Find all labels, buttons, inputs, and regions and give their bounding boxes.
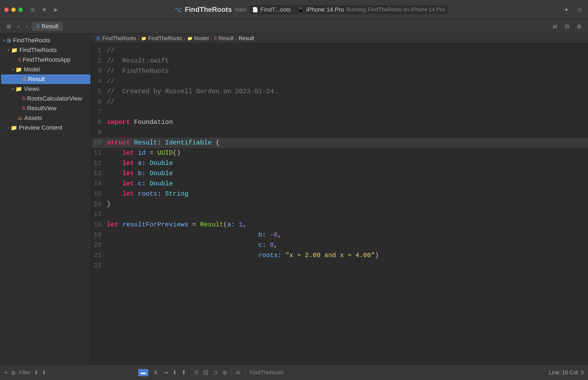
- code-line-10: 10struct Result: Identifiable {: [92, 138, 588, 148]
- branch-name: main: [235, 6, 246, 13]
- chevron-down-icon-2: ▾: [8, 48, 9, 52]
- line-number-5: 5: [92, 87, 107, 97]
- filter-icon[interactable]: ⊞: [11, 369, 16, 376]
- token: :: [262, 231, 270, 239]
- step-out-icon[interactable]: ⬆: [181, 369, 186, 376]
- line-number-3: 3: [92, 66, 107, 76]
- git-icon[interactable]: ⊕: [222, 369, 227, 376]
- step-over-icon[interactable]: ⇥: [163, 369, 168, 376]
- token: [107, 160, 122, 167]
- code-content[interactable]: 1//2// Result.swift3// FindTheRoots4//5/…: [92, 43, 588, 365]
- token: b: [138, 170, 142, 177]
- token: let: [122, 170, 134, 177]
- code-line-18: 18let resultForPreviews = Result(a: 1,: [92, 220, 588, 230]
- copy-icon[interactable]: ⎘: [195, 369, 199, 376]
- canvas-icon[interactable]: ⊞: [575, 22, 584, 31]
- upload-icon[interactable]: ⬆: [42, 369, 46, 376]
- sidebar-item-views[interactable]: ▾ 📁 Views: [0, 84, 91, 94]
- token: [134, 170, 138, 177]
- add-icon[interactable]: +: [562, 5, 571, 14]
- token: String: [165, 190, 188, 198]
- minimize-button[interactable]: [11, 8, 16, 12]
- line-number-8: 8: [92, 117, 107, 127]
- code-text-5: // Created by Russell Gordon on 2023-01-…: [107, 87, 588, 97]
- editor-options-icon[interactable]: ⇄: [551, 22, 559, 31]
- code-line-11: 11 let id = UUID(): [92, 148, 588, 158]
- token: ,: [278, 231, 282, 239]
- line-number-14: 14: [92, 179, 107, 189]
- token: ,: [243, 221, 247, 228]
- split-view-icon[interactable]: ⊟: [563, 22, 572, 31]
- tab-label: Result: [42, 23, 58, 30]
- sidebar-label-result: Result: [28, 76, 45, 83]
- sidebar: ▾ ⊞ FindTheRoots ▾ 📁 FindTheRoots S Find…: [0, 33, 92, 365]
- token: [134, 190, 138, 198]
- project-label: FindTheRoots: [250, 369, 284, 376]
- fb-swift-icon: S: [214, 36, 217, 41]
- token: resultForPreviews: [122, 221, 189, 228]
- layout-icon[interactable]: ⊡: [575, 5, 584, 14]
- grid-icon[interactable]: ⊞: [4, 22, 13, 31]
- token: let: [122, 190, 134, 198]
- code-text-19: b: -6,: [107, 230, 588, 240]
- sidebar-label-findtheroots-folder: FindTheRoots: [19, 47, 57, 54]
- token: [107, 241, 258, 249]
- sidebar-item-result[interactable]: S Result: [1, 74, 90, 84]
- sidebar-item-findtheroots-root[interactable]: ▾ ⊞ FindTheRoots: [0, 36, 91, 45]
- file-icon: 📄: [252, 7, 258, 13]
- close-button[interactable]: [4, 8, 9, 12]
- sidebar-toggle-icon[interactable]: ⊞: [28, 5, 37, 14]
- token: [107, 149, 122, 157]
- debug-bar-icon[interactable]: ▬: [138, 369, 148, 376]
- breadcrumb-sep-1: ›: [293, 7, 295, 12]
- code-line-1: 1//: [92, 46, 588, 56]
- line-number-20: 20: [92, 240, 107, 250]
- device-icon: 📱: [297, 6, 304, 13]
- download-icon[interactable]: ⬇: [34, 369, 39, 376]
- sidebar-item-resultview[interactable]: S ResultView: [0, 103, 91, 113]
- code-text-1: //: [107, 46, 588, 56]
- sidebar-item-findtheroots-folder[interactable]: ▾ 📁 FindTheRoots: [0, 45, 91, 55]
- code-line-14: 14 let c: Double: [92, 179, 588, 189]
- sidebar-item-findtherootsapp[interactable]: S FindTheRootsApp: [0, 55, 91, 65]
- token: // Created by Russell Gordon on 2023-01-…: [107, 88, 278, 95]
- code-line-13: 13 let b: Double: [92, 168, 588, 179]
- nav-forward-icon[interactable]: ›: [24, 22, 30, 30]
- sidebar-label-model: Model: [24, 66, 40, 73]
- line-number-12: 12: [92, 158, 107, 168]
- add-file-icon[interactable]: +: [4, 369, 8, 376]
- sidebar-label-findtherootsapp: FindTheRootsApp: [23, 56, 70, 63]
- token: let: [107, 221, 118, 228]
- step-into-icon[interactable]: ⬇: [172, 369, 177, 376]
- pause-icon[interactable]: ⏸: [153, 369, 159, 376]
- token: {: [212, 139, 220, 146]
- code-line-19: 19 b: -6,: [92, 230, 588, 240]
- nav-back-icon[interactable]: ‹: [15, 22, 22, 30]
- token: UUID: [157, 149, 173, 157]
- token: "x ≈ 2.00 and x ≈ 4.00": [286, 252, 375, 259]
- code-editor[interactable]: ⊞ FindTheRoots › 📁 FindTheRoots › 📁 Mode…: [92, 33, 588, 365]
- sidebar-item-previewcontent[interactable]: › 📁 Preview Content: [0, 123, 91, 133]
- sidebar-item-assets[interactable]: 🗂 Assets: [0, 113, 91, 123]
- result-tab[interactable]: S Result: [32, 22, 63, 31]
- location-icon[interactable]: ⊳: [236, 369, 241, 376]
- zoom-button[interactable]: [18, 8, 23, 12]
- sidebar-item-model[interactable]: ▾ 📁 Model: [0, 65, 91, 74]
- stop-button[interactable]: ■: [40, 5, 49, 14]
- fb-folder-icon-2: 📁: [187, 36, 193, 41]
- build-breadcrumb[interactable]: 📄 FindT...oots › 📱 iPhone 14 Pro Running…: [249, 5, 448, 14]
- link-icon[interactable]: ⛓: [203, 369, 209, 376]
- filter-label[interactable]: Filter: [19, 369, 31, 376]
- fb-xcode-icon: ⊞: [96, 35, 101, 42]
- code-text-18: let resultForPreviews = Result(a: 1,: [107, 220, 588, 230]
- token: //: [107, 98, 115, 105]
- token: //: [107, 78, 115, 85]
- branch-icon[interactable]: ⊃: [213, 369, 218, 376]
- run-button[interactable]: ▶: [52, 5, 60, 14]
- token: [107, 170, 122, 177]
- code-text-11: let id = UUID(): [107, 148, 588, 158]
- main-content: ▾ ⊞ FindTheRoots ▾ 📁 FindTheRoots S Find…: [0, 33, 588, 365]
- line-number-15: 15: [92, 189, 107, 199]
- code-line-2: 2// Result.swift: [92, 56, 588, 66]
- sidebar-item-rootscalculatorview[interactable]: S RootsCalculatorView: [0, 94, 91, 103]
